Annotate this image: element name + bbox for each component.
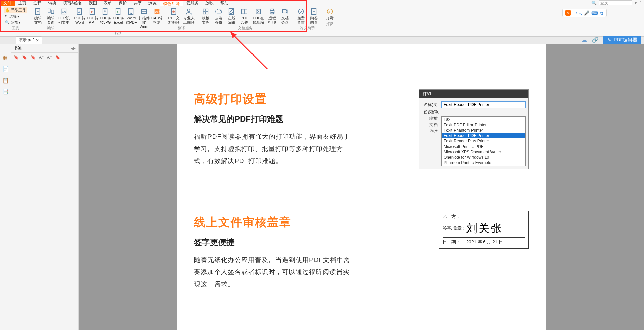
pdf-translate-button[interactable]: 中PDF文 档翻译 <box>166 7 181 25</box>
chevron-down-icon[interactable]: ▾ <box>635 1 637 5</box>
bookmark-add-icon[interactable]: 🔖 <box>14 55 19 60</box>
pen-icon: ✎ <box>607 37 611 43</box>
ime-settings-icon[interactable]: ✿ <box>600 10 604 16</box>
pdf-jpg-icon <box>102 8 109 15</box>
zoom-tool-button[interactable]: 🔍 缩放 ▾ <box>4 19 27 25</box>
clipboard-panel-icon[interactable]: 📋 <box>2 77 8 83</box>
scan-icon <box>140 8 148 15</box>
ribbon-group-edit: 编辑 文档 编辑 页面 ABOCR识 别文本 编辑 <box>30 7 72 36</box>
compress-icon <box>255 8 262 15</box>
reward-button[interactable]: ¥打赏 <box>323 7 336 21</box>
svg-rect-31 <box>283 10 286 13</box>
ime-toolbar[interactable]: S 中 •, 🎤 ⌨ ✿ <box>562 9 607 17</box>
search-icon: 🔍 <box>591 1 597 5</box>
ime-lang[interactable]: 中 <box>573 10 577 16</box>
tab-label: 演示.pdf <box>19 37 34 43</box>
svg-text:P: P <box>91 10 93 14</box>
printer-icon <box>268 8 276 15</box>
menu-annotate[interactable]: 注释 <box>30 0 45 6</box>
hand-tool-button[interactable]: ✋ 手型工具 <box>4 7 27 13</box>
svg-rect-25 <box>242 9 244 14</box>
menu-forms[interactable]: 表单 <box>100 0 115 6</box>
document-viewport[interactable]: 高级打印设置 解决常见的PDF打印难题 福昕PDF阅读器拥有强大的打印功能，界面… <box>79 44 644 330</box>
edit-page-icon <box>47 8 55 15</box>
svg-point-19 <box>187 9 190 12</box>
paragraph-sign: 随着无纸化办公应用普及。当遇到使用PDF文档中需要添加个人签名或者标识时，可以通… <box>194 254 353 290</box>
pdf-editor-button[interactable]: ✎ PDF编辑器 <box>603 36 641 44</box>
scan-to-word-button[interactable]: 扫描件 转Word <box>138 7 150 30</box>
svg-rect-21 <box>206 9 208 11</box>
menu-share[interactable]: 共享 <box>130 0 145 6</box>
print-dialog-title: 打印 <box>419 90 528 98</box>
edit-doc-button[interactable]: 编辑 文档 <box>32 7 44 25</box>
cloud-backup-button[interactable]: 云端 备份 <box>212 7 225 25</box>
edit-page-button[interactable]: 编辑 页面 <box>44 7 57 25</box>
pdf-compress-button[interactable]: PDF在 线压缩 <box>251 7 266 25</box>
template-lib-button[interactable]: 模板 文库 <box>199 7 212 25</box>
tab-close-icon[interactable]: ✕ <box>36 38 39 43</box>
page-panel-icon[interactable]: 📄 <box>2 66 8 72</box>
word-pdf-icon <box>127 8 135 15</box>
share-icon[interactable]: 🔗 <box>592 37 599 43</box>
menu-convert[interactable]: 转换 <box>45 0 60 6</box>
document-tab-bar: 演示.pdf ✕ ☁ 🔗 ✎ PDF编辑器 <box>0 37 644 44</box>
person-icon <box>185 8 193 15</box>
pdf-page: 高级打印设置 解决常见的PDF打印难题 福昕PDF阅读器拥有强大的打印功能，界面… <box>177 44 546 330</box>
pdf-to-ppt-button[interactable]: PPDF转 PPT <box>86 7 99 30</box>
menu-browse[interactable]: 浏览 <box>145 0 160 6</box>
svg-rect-20 <box>203 9 205 11</box>
printer-name-label: 名称(N): <box>422 102 439 108</box>
survey-button[interactable]: 问卷 调查 <box>307 7 320 25</box>
menu-fill-sign[interactable]: 填写&签名 <box>60 0 85 6</box>
thumbnail-panel-icon[interactable]: ▦ <box>2 54 8 60</box>
pdf-to-jpg-button[interactable]: PDF转 转JPG <box>99 7 112 30</box>
ime-keyboard-icon[interactable]: ⌨ <box>591 10 598 16</box>
bookmark-refresh-icon[interactable]: 🔖 <box>55 55 60 60</box>
pdf-to-excel-button[interactable]: XPDF转 Excel <box>112 7 125 30</box>
menu-view[interactable]: 视图 <box>85 0 100 6</box>
menu-features[interactable]: 特色功能 <box>160 0 183 6</box>
bookmark-settings-icon[interactable]: 🔖 <box>31 55 36 60</box>
doc-meeting-button[interactable]: 文档 会议 <box>279 7 291 25</box>
collapse-ribbon-icon[interactable]: ⌃ <box>639 1 642 5</box>
ime-mic-icon[interactable]: 🎤 <box>584 10 589 16</box>
ocr-button[interactable]: ABOCR识 别文本 <box>57 7 70 25</box>
word-to-pdf-button[interactable]: Word 转PDF <box>125 7 138 30</box>
menu-file[interactable]: 文件 <box>0 0 15 6</box>
menu-home[interactable]: 主页 <box>15 0 30 6</box>
menu-present[interactable]: 放映 <box>202 0 217 6</box>
svg-text:中: 中 <box>172 10 175 14</box>
search-input[interactable] <box>599 0 632 5</box>
menu-cloud[interactable]: 云服务 <box>183 0 202 6</box>
online-edit-button[interactable]: 在线 编辑 <box>225 7 238 25</box>
ocr-icon: AB <box>60 8 67 15</box>
online-edit-icon <box>228 8 235 15</box>
pdf-word-icon: W <box>76 8 83 15</box>
pdf-to-word-button[interactable]: WPDF转 Word <box>73 7 86 30</box>
menu-help[interactable]: 帮助 <box>217 0 232 6</box>
edit-doc-icon <box>34 8 42 15</box>
menu-protect[interactable]: 保护 <box>115 0 130 6</box>
paragraph-print: 福昕PDF阅读器拥有强大的打印功能，界面友好易于学习。支持虚拟打印、批量打印等多… <box>194 131 353 167</box>
font-decrease-icon[interactable]: A⁻ <box>47 55 52 60</box>
comment-panel-icon[interactable]: 📑 <box>2 89 8 95</box>
cloud-sync-icon[interactable]: ☁ <box>582 37 587 43</box>
cad-convert-button[interactable]: CADCAD转 换器 <box>150 7 163 30</box>
group-label-translate: 翻译 <box>178 25 185 32</box>
select-tool-button[interactable]: ⬚ 选择 ▾ <box>4 13 27 19</box>
workspace: ▦ 📄 📋 📑 书签 ◀▸ 🔖 🔖 🔖 A⁺ A⁻ 🔖 高级打印设置 解决常见的… <box>0 44 644 330</box>
pro-translate-button[interactable]: 专业人 工翻译 <box>181 7 196 25</box>
bookmark-expand-icon[interactable]: 🔖 <box>22 55 27 60</box>
svg-rect-26 <box>245 9 247 14</box>
remote-print-button[interactable]: 远程 打印 <box>266 7 279 25</box>
ribbon-group-docsvc: 模板 文库 云端 备份 在线 编辑 PDF 合并 PDF在 线压缩 远程 打印 … <box>198 7 293 36</box>
free-check-button[interactable]: 免费 查重 <box>295 7 307 25</box>
nav-collapse-icon[interactable]: ◀▸ <box>71 46 76 51</box>
pdf-ppt-icon: P <box>89 8 96 15</box>
pdf-merge-button[interactable]: PDF 合并 <box>238 7 251 25</box>
ime-punct-icon[interactable]: •, <box>579 10 582 16</box>
pdf-excel-icon: X <box>115 8 122 15</box>
font-increase-icon[interactable]: A⁺ <box>39 55 44 60</box>
bookmark-pane: 书签 ◀▸ 🔖 🔖 🔖 A⁺ A⁻ 🔖 <box>11 44 79 330</box>
document-tab[interactable]: 演示.pdf ✕ <box>16 36 42 44</box>
